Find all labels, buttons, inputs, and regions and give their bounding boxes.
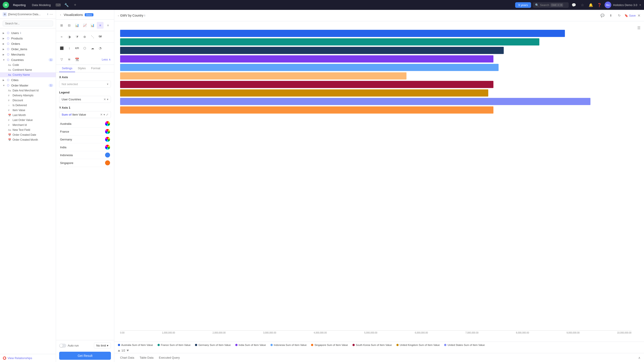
pie-viz-icon[interactable]: ◑ xyxy=(66,34,72,40)
legend-chevron-icon[interactable]: ▾ xyxy=(107,98,108,101)
color-swatch[interactable] xyxy=(105,145,110,150)
sub-item-delivery-attempts[interactable]: # Delivery Attempts xyxy=(0,93,56,98)
search-input[interactable] xyxy=(3,20,53,26)
plus-icon[interactable]: + xyxy=(72,2,78,8)
sankey-viz-icon[interactable]: ≋ xyxy=(66,56,72,63)
get-result-button[interactable]: Get Result xyxy=(59,352,111,360)
sub-item-merchant-id[interactable]: # Merchant Id xyxy=(0,122,56,128)
kpi-viz-icon[interactable]: KPI xyxy=(74,45,80,52)
back-arrow-icon[interactable]: ‹ xyxy=(59,12,62,17)
hexagon-viz-icon[interactable]: ⬡ xyxy=(81,45,88,52)
sidebar-item-users[interactable]: ▶ ⬡ Users ℹ xyxy=(0,30,56,36)
workspace-chevron[interactable]: ▼ xyxy=(639,4,641,6)
collapse-icon[interactable]: ∧ xyxy=(638,356,640,360)
treemap-viz-icon[interactable]: ⬛ xyxy=(58,45,65,52)
less-button[interactable]: Less ∧ xyxy=(102,58,111,61)
bar[interactable] xyxy=(120,30,565,37)
metric-expand-icon[interactable]: ⤢ xyxy=(106,113,108,116)
tab-styles[interactable]: Styles xyxy=(75,65,88,72)
legend-clear-icon[interactable]: ✕ xyxy=(104,98,106,101)
sub-item-date-merchant[interactable]: Aa Date And Merchant Id xyxy=(0,88,56,93)
tab-format[interactable]: Format xyxy=(88,65,103,72)
wrench-icon[interactable]: 🔧 xyxy=(63,2,70,8)
metric-clear-icon[interactable]: ✕ xyxy=(100,113,103,116)
legend-select[interactable]: User Countries ✕ ▾ xyxy=(59,96,111,103)
color-swatch[interactable] xyxy=(105,121,110,126)
comment-icon[interactable]: 💬 xyxy=(570,2,577,8)
bell-icon[interactable]: 🔔 xyxy=(588,2,594,8)
funnel2-viz-icon[interactable]: ▽ xyxy=(58,56,65,63)
bar[interactable] xyxy=(120,106,494,114)
star-icon[interactable]: ☆ xyxy=(579,2,586,8)
filter-viz-icon[interactable]: ⊛ xyxy=(81,34,88,40)
sort-viz-icon[interactable]: ↕ xyxy=(66,45,72,52)
tab-settings[interactable]: Settings xyxy=(59,65,75,72)
chart-back-arrow[interactable]: ‹ xyxy=(118,14,119,17)
bar[interactable] xyxy=(120,90,488,96)
color-swatch[interactable] xyxy=(105,160,110,165)
sidebar-item-products[interactable]: ▶ ⬡ Products xyxy=(0,36,56,41)
metric-chevron-icon[interactable]: ▾ xyxy=(104,113,105,116)
bar[interactable] xyxy=(120,55,494,62)
search-box[interactable]: 🔍 Search Cmd + K xyxy=(533,2,569,8)
nav-data-modeling[interactable]: Data Modeling xyxy=(30,2,53,8)
user-avatar[interactable]: Gu xyxy=(604,2,611,8)
info-icon[interactable]: ℹ xyxy=(47,13,48,16)
terminal-icon[interactable]: ⌨ xyxy=(55,2,62,8)
sub-item-last-month[interactable]: 📅 Last Month xyxy=(0,113,56,118)
bar[interactable] xyxy=(120,81,494,88)
bar-viz-icon[interactable]: 📊 xyxy=(74,22,80,29)
color-swatch[interactable] xyxy=(105,129,110,134)
docs-badge[interactable]: Docs xyxy=(85,13,94,16)
view-relationships-button[interactable]: ⭕ View Relationships xyxy=(3,356,53,360)
sub-item-code[interactable]: Aa Code xyxy=(0,62,56,68)
scatter-viz-icon[interactable]: ⋱ xyxy=(89,34,96,40)
chart-info-icon[interactable]: ℹ xyxy=(144,14,145,17)
years-button[interactable]: 9 years xyxy=(515,2,531,8)
sub-item-new-text-field[interactable]: Aa New Text Field xyxy=(0,128,56,132)
map-viz-icon[interactable]: 🗺 xyxy=(97,34,104,40)
sub-item-last-order-value[interactable]: # Last Order Value xyxy=(0,118,56,122)
x-axis-select[interactable]: Not selected ▾ xyxy=(59,81,111,88)
area-viz-icon[interactable]: ≈ xyxy=(58,34,65,40)
comment-chart-icon[interactable]: 💬 xyxy=(599,12,606,19)
sidebar-item-countries[interactable]: ▼ ⬡ Countries 1 xyxy=(0,57,56,62)
bar[interactable] xyxy=(120,38,539,46)
gauge-viz-icon[interactable]: ◔ xyxy=(97,45,104,52)
auto-run-toggle-switch[interactable] xyxy=(59,344,66,348)
sub-item-country-name[interactable]: Aa Country Name xyxy=(0,72,56,77)
color-swatch[interactable] xyxy=(105,152,110,158)
nav-reporting[interactable]: Reporting xyxy=(11,2,28,8)
footer-tab[interactable]: Executed Query xyxy=(157,355,182,360)
save-button[interactable]: 🔖 Save xyxy=(624,14,636,17)
sub-item-order-created-date[interactable]: 📅 Order Created Date xyxy=(0,132,56,137)
horizontal-bar-viz-icon[interactable]: ≡ xyxy=(97,22,104,29)
table-viz-icon[interactable]: ⊞ xyxy=(58,22,65,29)
bar[interactable] xyxy=(120,47,504,54)
help-icon[interactable]: ❓ xyxy=(596,2,603,8)
refresh-chart-icon[interactable]: ↻ xyxy=(616,12,623,19)
sub-item-discount[interactable]: # Discount xyxy=(0,98,56,103)
bar[interactable] xyxy=(120,98,590,105)
line-viz-icon[interactable]: 📈 xyxy=(81,22,88,29)
sidebar-item-order-master[interactable]: ▼ ⬡ Order Master 1 xyxy=(0,83,56,88)
sidebar-item-merchants[interactable]: ▶ ⬡ Merchants xyxy=(0,52,56,57)
sidebar-item-cities[interactable]: ▶ ⬡ Cities xyxy=(0,77,56,83)
close-chart-icon[interactable]: ✕ xyxy=(638,14,640,18)
sub-item-item-value[interactable]: # Item Value xyxy=(0,108,56,113)
sub-item-is-delivered[interactable]: ○ Is Delivered xyxy=(0,103,56,108)
sidebar-item-orders[interactable]: ▶ ⬡ Orders xyxy=(0,41,56,46)
chart-options-icon[interactable]: ☰ xyxy=(637,26,640,30)
sub-item-continent-name[interactable]: Aa Continent Name xyxy=(0,68,56,72)
calendar2-viz-icon[interactable]: 📆 xyxy=(74,56,80,63)
sidebar-item-order-items[interactable]: ▶ ⬡ Order_items xyxy=(0,46,56,52)
footer-tab[interactable]: Table Data xyxy=(137,355,156,360)
funnel-viz-icon[interactable]: ⧩ xyxy=(74,34,80,40)
sub-item-order-created-month[interactable]: 📅 Order Created Month xyxy=(0,137,56,142)
color-swatch[interactable] xyxy=(105,137,110,142)
more-options-icon[interactable]: ⋯ xyxy=(50,12,53,16)
prev-page-icon[interactable] xyxy=(118,350,120,352)
pivot-viz-icon[interactable]: ⊟ xyxy=(66,22,72,29)
download-chart-icon[interactable]: ⬇ xyxy=(608,12,614,19)
footer-tab[interactable]: Chart Data xyxy=(118,355,136,360)
